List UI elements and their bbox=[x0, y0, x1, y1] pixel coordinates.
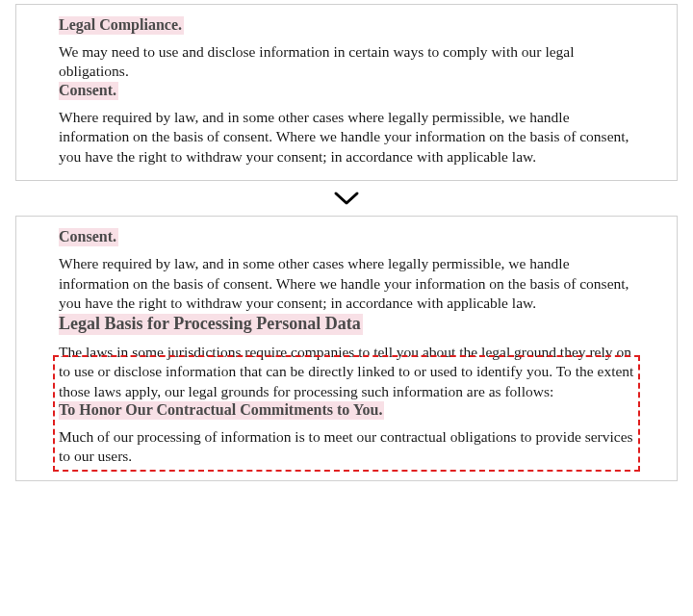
section-legal-basis: Legal Basis for Processing Personal Data… bbox=[59, 314, 634, 401]
heading-contractual: To Honor Our Contractual Commitments to … bbox=[59, 401, 384, 420]
body-consent-top: Where required by law, and in some other… bbox=[59, 108, 634, 167]
body-legal-basis: The laws in some jurisdictions require c… bbox=[59, 343, 634, 401]
body-consent-bottom: Where required by law, and in some other… bbox=[59, 254, 634, 313]
heading-consent-top: Consent. bbox=[59, 82, 118, 100]
chevron-down-icon bbox=[332, 189, 361, 208]
panel-before: Legal Compliance. We may need to use and… bbox=[15, 4, 678, 181]
panel-after: Consent. Where required by law, and in s… bbox=[15, 216, 678, 481]
heading-consent-bottom: Consent. bbox=[59, 228, 118, 246]
body-contractual: Much of our processing of information is… bbox=[59, 427, 634, 467]
section-consent-bottom: Consent. Where required by law, and in s… bbox=[59, 228, 634, 313]
section-consent-top: Consent. Where required by law, and in s… bbox=[59, 82, 634, 167]
heading-legal-compliance: Legal Compliance. bbox=[59, 16, 184, 35]
heading-legal-basis: Legal Basis for Processing Personal Data bbox=[59, 314, 363, 335]
section-legal-compliance: Legal Compliance. We may need to use and… bbox=[59, 16, 634, 82]
section-contractual: To Honor Our Contractual Commitments to … bbox=[59, 401, 634, 467]
arrow-divider bbox=[0, 185, 693, 212]
body-legal-compliance: We may need to use and disclose informat… bbox=[59, 42, 634, 82]
